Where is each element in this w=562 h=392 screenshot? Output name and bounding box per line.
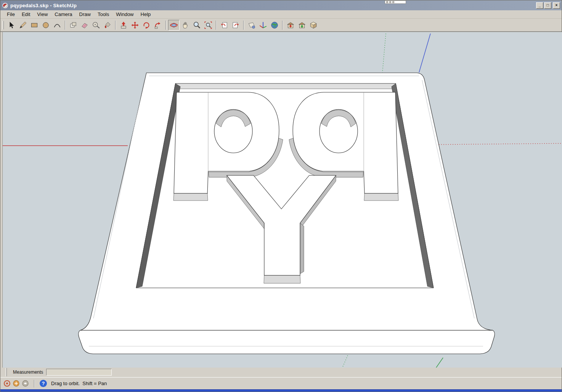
titlebar[interactable]: pqypedals3.skp - SketchUp _ □ ×	[0, 0, 562, 10]
toolbar-button-previous-view-tool[interactable]	[218, 20, 230, 31]
select-icon	[7, 21, 16, 29]
status-toggle-3-icon[interactable]	[22, 380, 29, 387]
arc-icon	[53, 21, 61, 29]
make-component-icon	[69, 21, 77, 29]
toolbar-button-google-earth-tool[interactable]	[269, 20, 280, 31]
maximize-icon: □	[546, 3, 549, 7]
toolbar-button-section-plane-tool[interactable]	[246, 20, 257, 31]
rectangle-icon	[30, 21, 39, 29]
sketchup-icon	[2, 2, 8, 9]
rotate-icon	[142, 21, 151, 29]
close-icon: ×	[556, 3, 558, 7]
toolbar-button-components-tool[interactable]	[308, 20, 319, 31]
toolbar-button-paint-bucket-tool[interactable]	[102, 20, 113, 31]
previous-view-icon	[220, 21, 228, 29]
viewport-container	[0, 32, 562, 366]
status-toggle-1-icon[interactable]	[3, 380, 11, 387]
menu-item-tools[interactable]: Tools	[94, 11, 112, 18]
toolbar-separator	[65, 21, 66, 30]
toolbar-button-tape-measure-tool[interactable]	[90, 20, 102, 31]
close-button[interactable]: ×	[553, 2, 560, 9]
window-controls: _ □ ×	[536, 2, 560, 9]
section-plane-icon	[247, 21, 256, 29]
google-earth-icon	[270, 21, 279, 29]
menu-item-edit[interactable]: Edit	[18, 11, 34, 18]
status-hint: Drag to orbit. Shift = Pan	[51, 381, 107, 386]
maximize-button[interactable]: □	[544, 2, 551, 9]
viewport-left-edge	[0, 32, 2, 368]
taskbar-edge	[0, 389, 562, 392]
menu-item-view[interactable]: View	[34, 11, 51, 18]
toolbar-button-rectangle-tool[interactable]	[29, 20, 40, 31]
help-icon[interactable]: ?	[40, 380, 47, 387]
zoom-extents-icon	[204, 21, 212, 29]
toolbar-button-zoom-tool[interactable]	[191, 20, 202, 31]
statusbar-separator	[34, 380, 35, 387]
toolbar-button-rotate-tool[interactable]	[141, 20, 152, 31]
menu-item-camera[interactable]: Camera	[51, 11, 75, 18]
axes-icon	[259, 21, 267, 29]
toolbar-button-next-view-tool[interactable]	[230, 20, 241, 31]
tape-measure-icon	[92, 21, 100, 29]
toolbar-button-arc-tool[interactable]	[51, 20, 63, 31]
minimize-button[interactable]: _	[536, 2, 543, 9]
pan-icon	[181, 21, 189, 29]
statusbar: ? Drag to orbit. Shift = Pan	[0, 377, 562, 389]
get-models-icon	[286, 21, 295, 29]
toolbar-button-move-tool[interactable]	[129, 20, 141, 31]
toolbar-separator	[216, 21, 217, 30]
menu-item-help[interactable]: Help	[137, 11, 154, 18]
measurements-bar-handle[interactable]	[6, 368, 7, 376]
status-toggle-2-icon[interactable]	[13, 380, 20, 387]
eraser-icon	[80, 21, 89, 29]
push-pull-icon	[119, 21, 128, 29]
follow-me-icon	[154, 21, 162, 29]
menu-item-window[interactable]: Window	[112, 11, 137, 18]
toolbar-button-line-tool[interactable]	[17, 20, 29, 31]
toolbar-button-axes-tool[interactable]	[257, 20, 269, 31]
orbit-icon	[170, 21, 178, 29]
toolbar-button-get-models-tool[interactable]	[285, 20, 296, 31]
menu-item-draw[interactable]: Draw	[76, 11, 94, 18]
slab-front-face	[79, 330, 495, 354]
measurements-input[interactable]	[46, 369, 112, 376]
pocket-back-wall	[175, 84, 396, 89]
share-models-icon	[298, 21, 306, 29]
components-icon	[309, 21, 318, 29]
toolbar-separator	[243, 21, 244, 30]
toolbar-button-pan-tool[interactable]	[180, 20, 191, 31]
toolbar-button-push-pull-tool[interactable]	[118, 20, 129, 31]
measurements-bar: Measurements	[0, 366, 562, 377]
measurements-label: Measurements	[13, 370, 43, 375]
paint-bucket-icon	[103, 21, 112, 29]
circle-icon	[42, 21, 50, 29]
toolbar-button-select-tool[interactable]	[6, 20, 17, 31]
line-icon	[19, 21, 27, 29]
background-window-fragment	[385, 0, 406, 4]
move-icon	[131, 21, 139, 29]
help-glyph: ?	[42, 381, 45, 386]
menu-item-file[interactable]: File	[3, 11, 18, 18]
toolbar-separator	[165, 21, 166, 30]
zoom-icon	[193, 21, 201, 29]
toolbar-handle[interactable]	[3, 21, 4, 29]
next-view-icon	[231, 21, 240, 29]
toolbar-button-circle-tool[interactable]	[40, 20, 51, 31]
menubar: FileEditViewCameraDrawToolsWindowHelp	[0, 10, 562, 19]
toolbar-button-share-models-tool[interactable]	[296, 20, 308, 31]
window-title: pqypedals3.skp - SketchUp	[10, 3, 77, 8]
viewport-canvas[interactable]	[0, 32, 562, 368]
toolbar-button-eraser-tool[interactable]	[79, 20, 90, 31]
toolbar-separator	[115, 21, 116, 30]
toolbar-button-orbit-tool[interactable]	[168, 20, 180, 31]
toolbar-separator	[282, 21, 283, 30]
toolbar-button-zoom-extents-tool[interactable]	[202, 20, 214, 31]
toolbar	[0, 19, 562, 32]
minimize-icon: _	[539, 3, 541, 7]
titlebar-left: pqypedals3.skp - SketchUp	[2, 2, 77, 9]
toolbar-button-follow-me-tool[interactable]	[152, 20, 164, 31]
sketchup-window: pqypedals3.skp - SketchUp _ □ × FileEdit…	[0, 0, 562, 392]
toolbar-button-make-component-tool[interactable]	[67, 20, 79, 31]
